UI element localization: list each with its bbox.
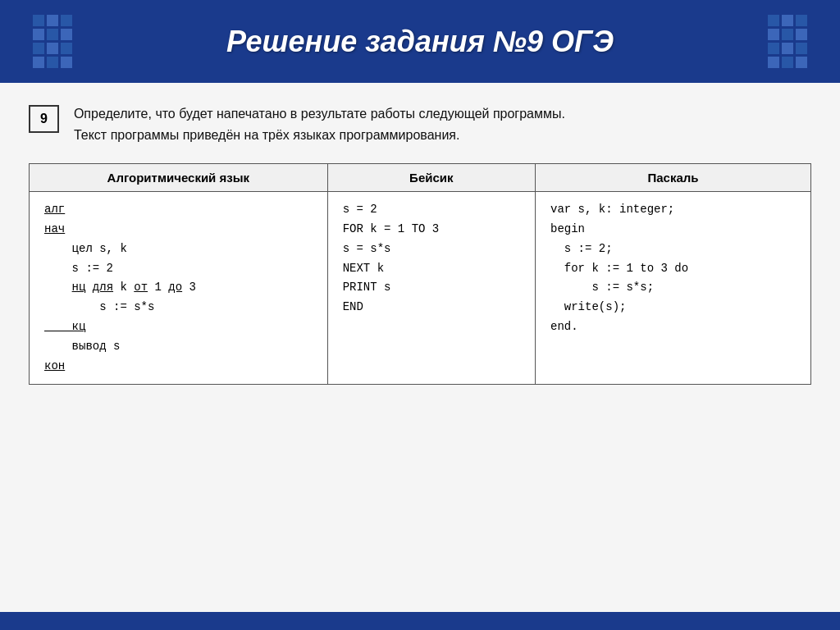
col-basic: s = 2 FOR k = 1 TO 3 s = s*s NEXT k PRIN…: [327, 192, 535, 385]
algo-line-7: кц: [44, 320, 85, 333]
col-header-1: Алгоритмический язык: [30, 164, 328, 192]
col-header-2: Бейсик: [327, 164, 535, 192]
col-header-3: Паскаль: [536, 164, 811, 192]
basic-line-3: s = s*s: [343, 242, 391, 255]
algo-line-6: s := s*s: [44, 300, 154, 313]
pascal-line-2: begin: [550, 222, 585, 235]
header: Решение задания №9 ОГЭ: [0, 0, 840, 83]
pascal-line-3: s := 2;: [550, 242, 613, 255]
algo-line-9: кон: [44, 359, 65, 372]
code-table: Алгоритмический язык Бейсик Паскаль алг …: [29, 163, 811, 385]
col-algo: алг нач цел s, k s := 2 нц для k от 1 до…: [30, 192, 328, 385]
question-block: 9 Определите, что будет напечатано в рез…: [29, 103, 811, 145]
basic-line-1: s = 2: [343, 203, 377, 216]
page: Решение задания №9 ОГЭ: [0, 0, 840, 630]
basic-line-6: END: [343, 300, 363, 313]
footer-bar: [0, 612, 840, 630]
basic-line-5: PRINT s: [343, 281, 391, 294]
algo-line-8: вывод s: [44, 340, 120, 353]
pascal-line-1: var s, k: integer;: [550, 203, 674, 216]
algo-line-2: нач: [44, 222, 65, 235]
code-row: алг нач цел s, k s := 2 нц для k от 1 до…: [30, 192, 811, 385]
question-text: Определите, что будет напечатано в резул…: [74, 103, 565, 145]
pascal-line-6: write(s);: [550, 300, 626, 313]
header-decoration-right: [768, 15, 807, 68]
pascal-line-5: s := s*s;: [550, 281, 654, 294]
algo-line-5: нц для k от 1 до 3: [44, 281, 196, 294]
content: 9 Определите, что будет напечатано в рез…: [0, 83, 840, 612]
page-title: Решение задания №9 ОГЭ: [72, 25, 768, 59]
basic-line-4: NEXT k: [343, 262, 384, 275]
question-text-line1: Определите, что будет напечатано в резул…: [74, 107, 565, 121]
basic-line-2: FOR k = 1 TO 3: [343, 222, 440, 235]
pascal-line-4: for k := 1 to 3 do: [550, 262, 688, 275]
algo-line-3: цел s, k: [44, 242, 127, 255]
algo-line-1: алг: [44, 203, 65, 216]
col-pascal: var s, k: integer; begin s := 2; for k :…: [536, 192, 811, 385]
question-number: 9: [29, 105, 59, 133]
question-text-line2: Текст программы приведён на трёх языках …: [74, 128, 460, 142]
algo-line-4: s := 2: [44, 262, 113, 275]
header-decoration-left: [33, 15, 72, 68]
pascal-line-7: end.: [550, 320, 578, 333]
